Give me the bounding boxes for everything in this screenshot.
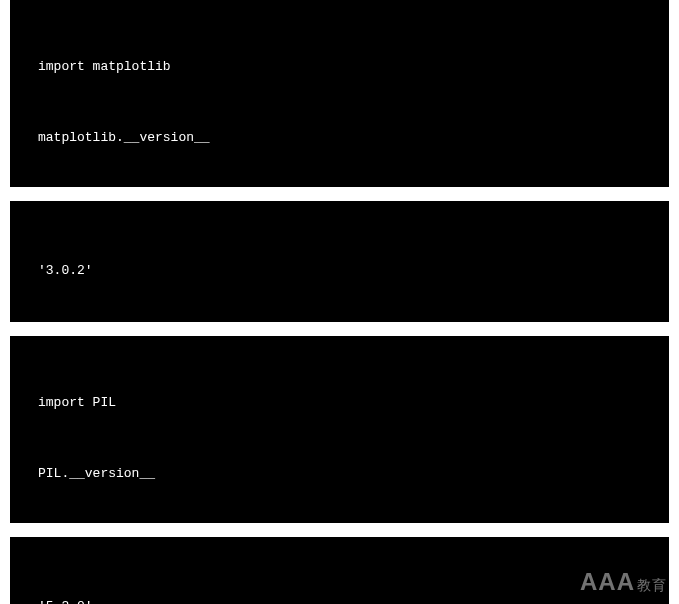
watermark: AAA 教育 [580,568,667,596]
code-line: PIL.__version__ [38,465,641,483]
watermark-suffix: 教育 [637,577,667,595]
code-cell: import PIL PIL.__version__ [10,336,669,523]
code-line: matplotlib.__version__ [38,129,641,147]
output-cell: '3.0.2' [10,201,669,322]
output-text: '5.3.0' [38,598,641,604]
watermark-main: AAA [580,568,635,596]
code-line: import PIL [38,394,641,412]
code-cell: import matplotlib matplotlib.__version__ [10,0,669,187]
output-text: '3.0.2' [38,262,641,280]
output-cell: '5.3.0' [10,537,669,604]
code-line: import matplotlib [38,58,641,76]
